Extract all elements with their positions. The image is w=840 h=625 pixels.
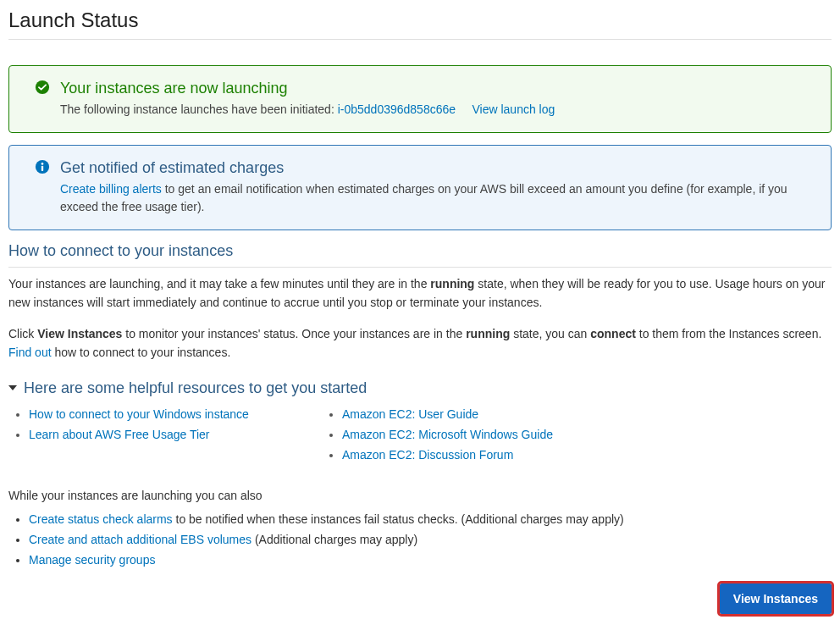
svg-point-0 <box>36 80 49 94</box>
resources-toggle[interactable]: Here are some helpful resources to get y… <box>8 379 832 397</box>
also-list: Create status check alarms to be notifie… <box>8 512 832 567</box>
also-1-rest: (Additional charges may apply) <box>251 533 417 546</box>
success-body: The following instance launches have bee… <box>60 101 814 119</box>
footer: View Instances <box>8 584 832 614</box>
p2e: state, you can <box>510 327 590 340</box>
view-instances-button[interactable]: View Instances <box>720 584 832 614</box>
connect-para-2: Click View Instances to monitor your ins… <box>8 324 832 362</box>
connect-header: How to connect to your instances <box>8 242 832 268</box>
p2d: running <box>466 327 510 340</box>
create-billing-alerts-link[interactable]: Create billing alerts <box>60 182 162 196</box>
p2c: to monitor your instances' status. Once … <box>122 327 466 340</box>
list-item: Amazon EC2: Discussion Forum <box>342 448 618 462</box>
resources-col-2: Amazon EC2: User Guide Amazon EC2: Micro… <box>339 407 618 468</box>
check-circle-icon <box>35 80 52 97</box>
p2f: connect <box>590 327 636 340</box>
ec2-discussion-forum-link[interactable]: Amazon EC2: Discussion Forum <box>342 448 513 462</box>
info-body: Create billing alerts to get an email no… <box>60 180 814 216</box>
success-prefix: The following instance launches have bee… <box>60 102 334 116</box>
list-item: Create status check alarms to be notifie… <box>29 512 832 526</box>
p2a: Click <box>8 327 37 340</box>
also-header: While your instances are launching you c… <box>8 489 832 502</box>
list-item: Amazon EC2: Microsoft Windows Guide <box>342 428 618 441</box>
caret-down-icon <box>8 385 17 390</box>
svg-rect-3 <box>41 166 43 171</box>
free-usage-tier-link[interactable]: Learn about AWS Free Usage Tier <box>29 428 209 441</box>
info-circle-icon <box>35 159 52 176</box>
list-item: Learn about AWS Free Usage Tier <box>29 428 305 441</box>
list-item: Manage security groups <box>29 553 832 567</box>
success-title: Your instances are now launching <box>60 80 814 97</box>
list-item: Create and attach additional EBS volumes… <box>29 533 832 546</box>
p2b: View Instances <box>37 327 122 340</box>
list-item: How to connect to your Windows instance <box>29 407 305 421</box>
ec2-user-guide-link[interactable]: Amazon EC2: User Guide <box>342 407 478 421</box>
instance-id-link[interactable]: i-0b5dd0396d858c66e <box>338 102 456 116</box>
page-title: Launch Status <box>8 8 832 40</box>
also-0-rest: to be notified when these instances fail… <box>173 512 624 526</box>
p2g: to them from the Instances screen. <box>636 327 821 340</box>
resources-columns: How to connect to your Windows instance … <box>8 407 832 468</box>
manage-security-groups-link[interactable]: Manage security groups <box>29 553 155 567</box>
p2h: how to connect to your instances. <box>52 346 231 359</box>
p1b: running <box>430 277 474 290</box>
svg-point-2 <box>41 163 44 165</box>
resources-col-1: How to connect to your Windows instance … <box>25 407 305 468</box>
p1a: Your instances are launching, and it may… <box>8 277 430 290</box>
view-launch-log-link[interactable]: View launch log <box>472 102 555 116</box>
list-item: Amazon EC2: User Guide <box>342 407 618 421</box>
create-ebs-volumes-link[interactable]: Create and attach additional EBS volumes <box>29 533 251 546</box>
info-title: Get notified of estimated charges <box>60 159 814 177</box>
info-body-text: to get an email notification when estima… <box>60 182 788 213</box>
ec2-windows-guide-link[interactable]: Amazon EC2: Microsoft Windows Guide <box>342 428 553 441</box>
resources-header-text: Here are some helpful resources to get y… <box>24 379 367 397</box>
connect-para-1: Your instances are launching, and it may… <box>8 274 832 312</box>
find-out-link[interactable]: Find out <box>8 346 52 359</box>
launch-success-box: Your instances are now launching The fol… <box>8 65 832 133</box>
billing-info-box: Get notified of estimated charges Create… <box>8 145 832 230</box>
create-status-alarms-link[interactable]: Create status check alarms <box>29 512 173 526</box>
how-to-connect-windows-link[interactable]: How to connect to your Windows instance <box>29 407 249 421</box>
